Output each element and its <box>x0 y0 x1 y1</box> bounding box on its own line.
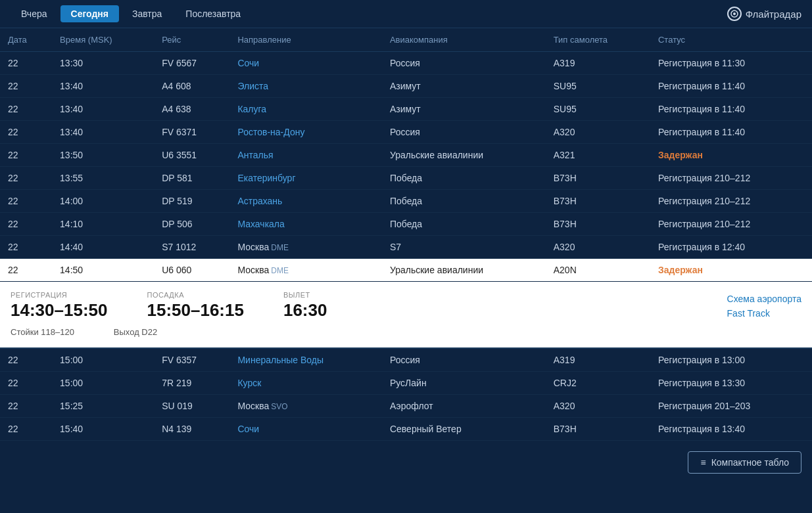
brand: Флайтрадар <box>727 7 801 21</box>
cell-date: 22 <box>0 418 52 441</box>
table-row[interactable]: 22 14:10 DP 506 Махачкала Победа B73H Ре… <box>0 213 812 236</box>
cell-aircraft: A320 <box>546 121 650 144</box>
cell-date: 22 <box>0 372 52 395</box>
cell-flight: DP 581 <box>154 167 229 190</box>
cell-status: Регистрация 210–212 <box>650 213 812 236</box>
cell-status: Задержан <box>650 259 812 282</box>
table-header-row: Дата Время (MSK) Рейс Направление Авиако… <box>0 28 812 52</box>
cell-status: Регистрация в 11:30 <box>650 52 812 75</box>
col-destination: Направление <box>229 28 382 52</box>
col-aircraft: Тип самолета <box>546 28 650 52</box>
airport-map-link[interactable]: Схема аэропорта <box>727 294 801 304</box>
fast-track-link[interactable]: Fast Track <box>727 308 801 319</box>
cell-aircraft: B73H <box>546 190 650 213</box>
cell-airline: Победа <box>382 167 546 190</box>
cell-time: 15:40 <box>52 418 154 441</box>
cell-status: Регистрация в 11:40 <box>650 75 812 98</box>
cell-destination[interactable]: Элиста <box>229 75 382 98</box>
table-row[interactable]: 22 13:55 DP 581 Екатеринбург Победа B73H… <box>0 167 812 190</box>
col-date: Дата <box>0 28 52 52</box>
cell-time: 13:55 <box>52 167 154 190</box>
cell-airline: Россия <box>382 348 546 372</box>
compact-button[interactable]: ≡ Компактное табло <box>688 451 801 474</box>
cell-flight: SU 019 <box>154 395 229 418</box>
col-status: Статус <box>650 28 812 52</box>
cell-date: 22 <box>0 167 52 190</box>
cell-status: Регистрация в 13:00 <box>650 348 812 372</box>
cell-status: Регистрация 201–203 <box>650 395 812 418</box>
cell-airline: Аэрофлот <box>382 395 546 418</box>
cell-date: 22 <box>0 213 52 236</box>
table-row[interactable]: 22 13:30 FV 6567 Сочи Россия A319 Регист… <box>0 52 812 75</box>
cell-status: Регистрация в 13:30 <box>650 372 812 395</box>
cell-destination[interactable]: Ростов-на-Дону <box>229 121 382 144</box>
cell-airline: Россия <box>382 52 546 75</box>
cell-destination[interactable]: Курск <box>229 372 382 395</box>
table-row[interactable]: 22 15:00 FV 6357 Минеральные Воды Россия… <box>0 348 812 372</box>
table-row[interactable]: 22 13:50 U6 3551 Анталья Уральские авиал… <box>0 144 812 167</box>
cell-airline: Азимут <box>382 98 546 121</box>
cell-time: 13:40 <box>52 75 154 98</box>
cell-flight: A4 638 <box>154 98 229 121</box>
cell-time: 13:30 <box>52 52 154 75</box>
cell-aircraft: A320 <box>546 236 650 259</box>
cell-aircraft: A319 <box>546 52 650 75</box>
tab-tomorrow[interactable]: Завтра <box>122 5 172 22</box>
cell-date: 22 <box>0 395 52 418</box>
cell-flight: FV 6357 <box>154 348 229 372</box>
cell-date: 22 <box>0 144 52 167</box>
table-row[interactable]: 22 13:40 FV 6371 Ростов-на-Дону Россия A… <box>0 121 812 144</box>
cell-airline: РусЛайн <box>382 372 546 395</box>
boarding-col: ПОСАДКА 15:50–16:15 <box>147 291 243 321</box>
table-row[interactable]: 22 14:00 DP 519 Астрахань Победа B73H Ре… <box>0 190 812 213</box>
brand-label: Флайтрадар <box>746 9 801 20</box>
cell-destination[interactable]: Минеральные Воды <box>229 348 382 372</box>
cell-time: 15:00 <box>52 372 154 395</box>
cell-airline: Северный Ветер <box>382 418 546 441</box>
cell-destination[interactable]: Калуга <box>229 98 382 121</box>
tab-dayaftertomorrow[interactable]: Послезавтра <box>175 5 251 22</box>
cell-destination[interactable]: Астрахань <box>229 190 382 213</box>
cell-date: 22 <box>0 348 52 372</box>
cell-destination[interactable]: МоскваSVO <box>229 395 382 418</box>
cell-status: Регистрация в 13:40 <box>650 418 812 441</box>
col-time: Время (MSK) <box>52 28 154 52</box>
cell-date: 22 <box>0 75 52 98</box>
counters-label: Стойки 118–120 <box>11 327 74 337</box>
tab-today[interactable]: Сегодня <box>60 5 119 22</box>
expanded-links: Схема аэропорта Fast Track <box>727 294 801 319</box>
tab-yesterday[interactable]: Вчера <box>11 5 58 22</box>
table-row[interactable]: 22 15:40 N4 139 Сочи Северный Ветер B73H… <box>0 418 812 441</box>
cell-airline: Россия <box>382 121 546 144</box>
cell-destination[interactable]: Сочи <box>229 418 382 441</box>
table-row[interactable]: 22 13:40 A4 638 Калуга Азимут SU95 Регис… <box>0 98 812 121</box>
cell-aircraft: SU95 <box>546 75 650 98</box>
cell-destination[interactable]: МоскваDME <box>229 236 382 259</box>
reg-value: 14:30–15:50 <box>11 300 107 321</box>
table-row[interactable]: 22 15:00 7R 219 Курск РусЛайн CRJ2 Регис… <box>0 372 812 395</box>
cell-aircraft: A20N <box>546 259 650 282</box>
expanded-content: РЕГИСТРАЦИЯ 14:30–15:50 ПОСАДКА 15:50–16… <box>0 282 812 347</box>
cell-date: 22 <box>0 190 52 213</box>
cell-destination[interactable]: Анталья <box>229 144 382 167</box>
table-row[interactable]: 22 14:50 U6 060 МоскваDME Уральские авиа… <box>0 259 812 282</box>
cell-aircraft: B73H <box>546 167 650 190</box>
table-row[interactable]: 22 13:40 A4 608 Элиста Азимут SU95 Регис… <box>0 75 812 98</box>
table-row[interactable]: 22 15:25 SU 019 МоскваSVO Аэрофлот A320 … <box>0 395 812 418</box>
cell-destination[interactable]: Махачкала <box>229 213 382 236</box>
cell-aircraft: A321 <box>546 144 650 167</box>
cell-airline: Уральские авиалинии <box>382 259 546 282</box>
col-flight: Рейс <box>154 28 229 52</box>
board-value: 15:50–16:15 <box>147 300 243 321</box>
cell-airline: Победа <box>382 213 546 236</box>
cell-destination[interactable]: Екатеринбург <box>229 167 382 190</box>
col-airline: Авиакомпания <box>382 28 546 52</box>
cell-destination[interactable]: МоскваDME <box>229 259 382 282</box>
cell-flight: FV 6567 <box>154 52 229 75</box>
cell-status: Задержан <box>650 144 812 167</box>
cell-flight: FV 6371 <box>154 121 229 144</box>
cell-destination[interactable]: Сочи <box>229 52 382 75</box>
cell-flight: S7 1012 <box>154 236 229 259</box>
table-row[interactable]: 22 14:40 S7 1012 МоскваDME S7 A320 Регис… <box>0 236 812 259</box>
cell-time: 13:40 <box>52 98 154 121</box>
